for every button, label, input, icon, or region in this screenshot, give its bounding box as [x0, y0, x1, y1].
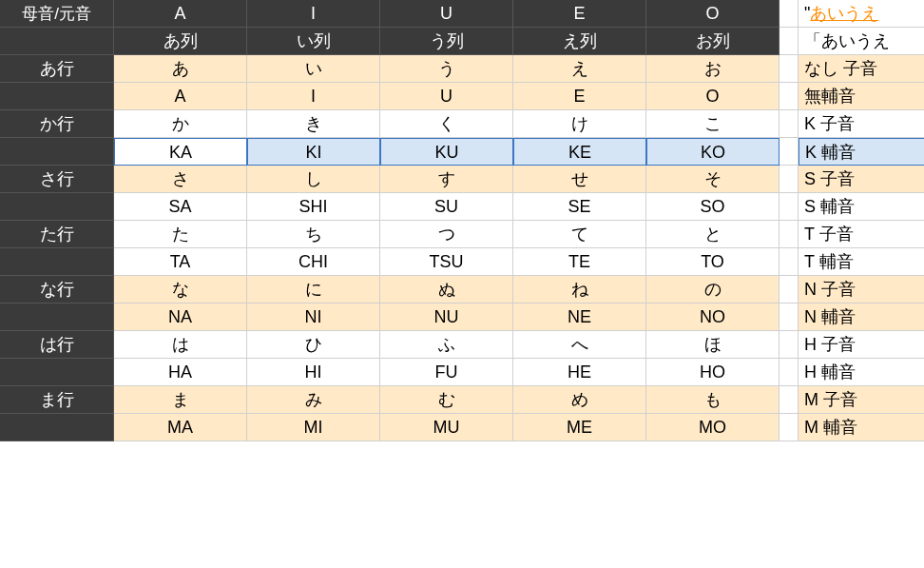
- romaji-cell[interactable]: KU: [380, 138, 513, 166]
- kana-cell[interactable]: そ: [646, 166, 780, 193]
- kana-cell[interactable]: な: [114, 276, 247, 304]
- col-header-retsu: う列: [380, 28, 513, 55]
- row-header: あ行: [0, 55, 114, 83]
- romaji-cell[interactable]: O: [646, 83, 780, 110]
- romaji-cell[interactable]: MU: [380, 414, 513, 441]
- row-header-blank: [0, 83, 114, 110]
- romaji-cell[interactable]: SHI: [247, 193, 380, 221]
- kana-cell[interactable]: き: [247, 110, 380, 138]
- romaji-cell[interactable]: I: [247, 83, 380, 110]
- kana-cell[interactable]: く: [380, 110, 513, 138]
- romaji-cell[interactable]: E: [513, 83, 646, 110]
- kana-cell[interactable]: え: [513, 55, 646, 83]
- right-kana-cell[interactable]: T 子音: [799, 221, 924, 248]
- hiragana-link[interactable]: あいうえ: [810, 4, 878, 23]
- kana-cell[interactable]: は: [114, 331, 247, 359]
- kana-cell[interactable]: ほ: [646, 331, 780, 359]
- right-romaji-cell[interactable]: N 輔音: [799, 304, 924, 331]
- romaji-cell[interactable]: KE: [513, 138, 646, 166]
- romaji-cell[interactable]: U: [380, 83, 513, 110]
- romaji-cell[interactable]: TA: [114, 248, 247, 276]
- romaji-cell[interactable]: FU: [380, 359, 513, 386]
- kana-cell[interactable]: ち: [247, 221, 380, 248]
- gap-cell: [780, 0, 799, 28]
- kana-cell[interactable]: て: [513, 221, 646, 248]
- right-romaji-cell[interactable]: M 輔音: [799, 414, 924, 441]
- romaji-cell[interactable]: ME: [513, 414, 646, 441]
- kana-cell[interactable]: め: [513, 386, 646, 414]
- row-header-blank: [0, 359, 114, 386]
- row-header: さ行: [0, 166, 114, 193]
- romaji-cell[interactable]: MA: [114, 414, 247, 441]
- right-kana-cell[interactable]: H 子音: [799, 331, 924, 359]
- romaji-cell[interactable]: KA: [114, 138, 247, 166]
- romaji-cell[interactable]: HA: [114, 359, 247, 386]
- kana-cell[interactable]: ひ: [247, 331, 380, 359]
- right-kana-cell[interactable]: K 子音: [799, 110, 924, 138]
- romaji-cell[interactable]: SE: [513, 193, 646, 221]
- romaji-cell[interactable]: HO: [646, 359, 780, 386]
- romaji-cell[interactable]: TO: [646, 248, 780, 276]
- right-kana-cell[interactable]: S 子音: [799, 166, 924, 193]
- kana-cell[interactable]: ま: [114, 386, 247, 414]
- kana-cell[interactable]: ふ: [380, 331, 513, 359]
- right-romaji-cell[interactable]: S 輔音: [799, 193, 924, 221]
- col-header-vowel: U: [380, 0, 513, 28]
- right-romaji-cell[interactable]: 無輔音: [799, 83, 924, 110]
- right-kana-cell[interactable]: M 子音: [799, 386, 924, 414]
- kana-cell[interactable]: せ: [513, 166, 646, 193]
- right-kana-cell[interactable]: なし 子音: [799, 55, 924, 83]
- kana-cell[interactable]: あ: [114, 55, 247, 83]
- kana-cell[interactable]: さ: [114, 166, 247, 193]
- right-romaji-cell[interactable]: H 輔音: [799, 359, 924, 386]
- kana-cell[interactable]: い: [247, 55, 380, 83]
- romaji-cell[interactable]: NI: [247, 304, 380, 331]
- romaji-cell[interactable]: SU: [380, 193, 513, 221]
- kana-cell[interactable]: か: [114, 110, 247, 138]
- col-header-retsu: え列: [513, 28, 646, 55]
- kana-cell[interactable]: ね: [513, 276, 646, 304]
- col-header-vowel: A: [114, 0, 247, 28]
- romaji-cell[interactable]: A: [114, 83, 247, 110]
- romaji-cell[interactable]: HE: [513, 359, 646, 386]
- romaji-cell[interactable]: CHI: [247, 248, 380, 276]
- romaji-cell[interactable]: NE: [513, 304, 646, 331]
- romaji-cell[interactable]: MI: [247, 414, 380, 441]
- kana-cell[interactable]: と: [646, 221, 780, 248]
- romaji-cell[interactable]: NU: [380, 304, 513, 331]
- kana-cell[interactable]: の: [646, 276, 780, 304]
- right-romaji-cell[interactable]: K 輔音: [799, 138, 924, 166]
- kana-cell[interactable]: こ: [646, 110, 780, 138]
- kana-cell[interactable]: う: [380, 55, 513, 83]
- kana-cell[interactable]: み: [247, 386, 380, 414]
- kana-cell[interactable]: し: [247, 166, 380, 193]
- romaji-cell[interactable]: SA: [114, 193, 247, 221]
- right-romaji-cell[interactable]: T 輔音: [799, 248, 924, 276]
- romaji-cell[interactable]: KI: [247, 138, 380, 166]
- kana-cell[interactable]: に: [247, 276, 380, 304]
- spreadsheet-grid[interactable]: 母音/元音AIUEO"あいうえあ列い列う列え列お列「あいうえあ行あいうえおなし …: [0, 0, 924, 441]
- romaji-cell[interactable]: MO: [646, 414, 780, 441]
- kana-cell[interactable]: も: [646, 386, 780, 414]
- romaji-cell[interactable]: TSU: [380, 248, 513, 276]
- romaji-cell[interactable]: KO: [646, 138, 780, 166]
- col-header-retsu: お列: [646, 28, 780, 55]
- kana-cell[interactable]: へ: [513, 331, 646, 359]
- kana-cell[interactable]: む: [380, 386, 513, 414]
- gap-cell: [780, 55, 799, 83]
- kana-cell[interactable]: つ: [380, 221, 513, 248]
- right-kana-cell[interactable]: N 子音: [799, 276, 924, 304]
- romaji-cell[interactable]: NO: [646, 304, 780, 331]
- kana-cell[interactable]: お: [646, 55, 780, 83]
- col-header-vowel: O: [646, 0, 780, 28]
- romaji-cell[interactable]: SO: [646, 193, 780, 221]
- kana-cell[interactable]: た: [114, 221, 247, 248]
- romaji-cell[interactable]: NA: [114, 304, 247, 331]
- top-right-link-cell[interactable]: "あいうえ: [799, 0, 924, 28]
- kana-cell[interactable]: け: [513, 110, 646, 138]
- romaji-cell[interactable]: TE: [513, 248, 646, 276]
- romaji-cell[interactable]: HI: [247, 359, 380, 386]
- row-header: ま行: [0, 386, 114, 414]
- kana-cell[interactable]: ぬ: [380, 276, 513, 304]
- kana-cell[interactable]: す: [380, 166, 513, 193]
